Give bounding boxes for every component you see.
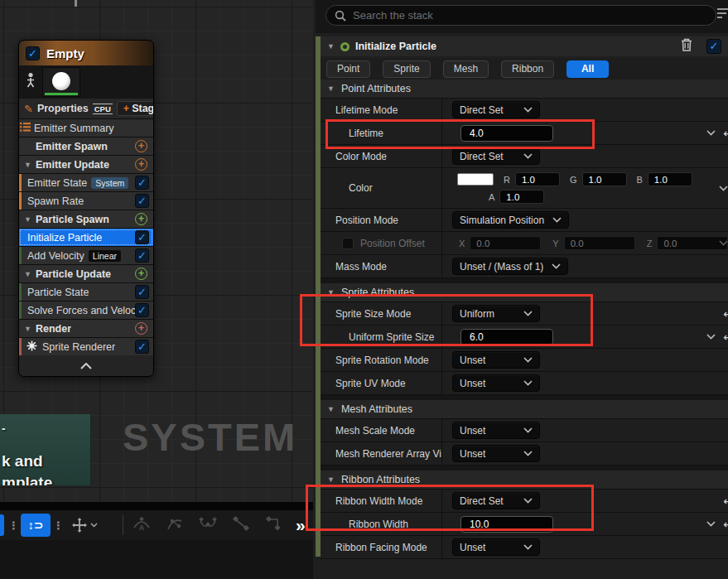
collapse-triangle-icon[interactable]: ▼ [24, 325, 36, 333]
collapse-triangle-icon[interactable]: ▼ [327, 288, 335, 297]
collapse-triangle-icon[interactable]: ▼ [327, 475, 335, 484]
lifetime-input[interactable]: 4.0 [460, 125, 553, 142]
offset-x-input[interactable]: 0.0 [470, 236, 541, 250]
collapse-triangle-icon[interactable]: ▼ [24, 270, 36, 278]
delete-module-button[interactable] [681, 38, 692, 55]
chevron-down-icon[interactable] [706, 521, 716, 527]
module-enabled-checkbox[interactable]: ✓ [135, 340, 149, 354]
cut-off-blue-button[interactable] [0, 514, 4, 536]
mesh-renderer-array-vis-dropdown[interactable]: Unset [452, 445, 540, 462]
add-module-plus-icon[interactable]: + [135, 322, 147, 335]
color-r-input[interactable]: 1.0 [515, 172, 560, 186]
node-row-add-velocity[interactable]: Add VelocityLinear✓ [19, 247, 153, 264]
toolbar-overflow-dots[interactable]: ⋮ [53, 519, 63, 532]
tab-all[interactable]: All [566, 60, 609, 78]
expander-triangle-icon[interactable]: ▼ [327, 42, 335, 51]
chevron-down-icon[interactable] [719, 186, 728, 191]
tab-mesh[interactable]: Mesh [443, 60, 489, 78]
reset-to-default-icon[interactable]: ↩ [723, 495, 728, 508]
collapse-triangle-icon[interactable]: ▼ [327, 405, 335, 413]
node-row-spawn-rate[interactable]: Spawn Rate✓ [19, 192, 153, 210]
toolbar-overflow-dots[interactable]: ⋮ [8, 519, 18, 532]
reset-to-default-icon[interactable]: ↩ [723, 331, 728, 344]
color-g-input[interactable]: 1.0 [582, 172, 627, 186]
node-row-render[interactable]: ▼Render+ [19, 320, 153, 337]
ribbon-facing-mode-dropdown[interactable]: Unset [452, 538, 540, 556]
transform-mode-button[interactable] [71, 517, 98, 533]
section-header-mesh-attributes[interactable]: ▼Mesh Attributes [321, 400, 728, 419]
module-enabled-checkbox[interactable]: ✓ [135, 230, 149, 244]
chevron-down-icon[interactable] [706, 130, 716, 136]
mesh-scale-mode-dropdown[interactable]: Unset [452, 422, 540, 439]
mass-mode-dropdown[interactable]: Unset / (Mass of 1) [452, 258, 568, 275]
sprite-uv-mode-dropdown[interactable]: Unset [452, 374, 540, 392]
position-mode-dropdown[interactable]: Simulation Position [452, 211, 569, 229]
collapse-triangle-icon[interactable]: ▼ [24, 161, 36, 169]
uniform-sprite-size-input[interactable]: 6.0 [460, 329, 553, 345]
module-enabled-checkbox[interactable]: ✓ [135, 194, 149, 208]
collapse-triangle-icon[interactable]: ▼ [24, 215, 36, 224]
tab-point[interactable]: Point [326, 60, 370, 78]
reset-to-default-icon[interactable]: ↩ [723, 307, 728, 321]
zoom-to-fit-button[interactable]: ↕⊃ [21, 514, 51, 537]
node-row-emitter-state[interactable]: Emitter StateSystem✓ [19, 174, 153, 191]
node-row-solve-forces-and-velocity[interactable]: Solve Forces and Velocity✓ [19, 302, 153, 319]
filter-icon[interactable] [717, 8, 728, 18]
color-a-input[interactable]: 1.0 [499, 190, 544, 204]
module-enabled-checkbox[interactable]: ✓ [135, 248, 149, 263]
emitter-enabled-checkbox[interactable]: ✓ [26, 46, 40, 60]
comment-box[interactable]: - k and mplate [0, 414, 91, 485]
add-module-plus-icon[interactable]: + [135, 158, 147, 171]
collapse-triangle-icon[interactable]: ▼ [327, 84, 335, 93]
node-collapse-button[interactable] [19, 355, 153, 376]
ribbon-width-input[interactable]: 10.0 [460, 516, 553, 533]
offset-y-input[interactable]: 0.0 [564, 236, 635, 250]
ribbon-width-mode-dropdown[interactable]: Direct Set [452, 492, 540, 509]
color-swatch[interactable] [457, 173, 494, 186]
interp-linear-icon[interactable] [231, 514, 251, 536]
chevron-down-icon[interactable] [706, 334, 716, 340]
lifetime-mode-dropdown[interactable]: Direct Set [452, 101, 540, 118]
node-row-emitter-update[interactable]: ▼Emitter Update+ [19, 156, 153, 173]
node-row-particle-state[interactable]: Particle State✓ [19, 283, 153, 301]
color-mode-dropdown[interactable]: Direct Set [452, 147, 540, 165]
tangent-auto-icon[interactable] [165, 514, 185, 536]
add-module-plus-icon[interactable]: + [135, 140, 147, 152]
emitter-node-header[interactable]: ✓ Empty [19, 41, 153, 65]
offset-z-input[interactable]: 0.0 [657, 236, 728, 250]
node-graph-canvas[interactable]: SYSTEM - k and mplate ✓ Empty ✎ [0, 0, 313, 579]
section-header-sprite-attributes[interactable]: ▼Sprite Attributes [321, 283, 728, 302]
module-enabled-checkbox[interactable]: ✓ [135, 285, 149, 299]
sprite-size-mode-dropdown[interactable]: Uniform [452, 305, 540, 322]
attribute-edit-checkbox[interactable] [342, 238, 354, 249]
sprite-rotation-mode-dropdown[interactable]: Unset [452, 351, 540, 369]
node-row-emitter-spawn[interactable]: Emitter Spawn+ [19, 138, 153, 155]
node-row-particle-update[interactable]: ▼Particle Update+ [19, 265, 153, 282]
color-b-input[interactable]: 1.0 [648, 172, 692, 186]
module-enabled-checkbox[interactable]: ✓ [135, 303, 149, 317]
module-enabled-checkbox[interactable]: ✓ [706, 39, 721, 54]
module-enabled-checkbox[interactable]: ✓ [135, 176, 149, 190]
node-properties-row[interactable]: ✎ Properties CPU + Stage [19, 99, 153, 118]
expand-toolbar-button[interactable]: » [296, 515, 306, 535]
add-stage-button[interactable]: + Stage [117, 101, 154, 116]
reset-to-default-icon[interactable]: ↩ [723, 518, 728, 531]
particle-preview-thumbnail[interactable] [42, 67, 80, 97]
reset-to-default-icon[interactable]: ↩ [723, 127, 728, 140]
tab-sprite[interactable]: Sprite [383, 60, 430, 78]
add-module-plus-icon[interactable]: + [135, 213, 147, 225]
emitter-node[interactable]: ✓ Empty ✎ Properties CPU + Stage [18, 40, 154, 377]
key-area-icon[interactable]: A [132, 514, 152, 536]
node-row-emitter-summary[interactable]: Emitter Summary [19, 119, 153, 137]
tab-ribbon[interactable]: Ribbon [501, 60, 554, 78]
node-row-sprite-renderer[interactable]: Sprite Renderer✓ [19, 338, 153, 355]
add-module-plus-icon[interactable]: + [135, 268, 147, 280]
section-header-ribbon-attributes[interactable]: ▼Ribbon Attributes [321, 470, 728, 490]
initialize-particle-header[interactable]: ▼ Initialize Particle ✓ [321, 36, 728, 56]
search-input[interactable]: Search the stack [325, 5, 716, 26]
node-row-initialize-particle[interactable]: Initialize Particle✓ [19, 229, 153, 246]
section-header-point-attributes[interactable]: ▼Point Attributes [321, 80, 728, 99]
interp-constant-icon[interactable] [264, 514, 284, 536]
tangent-break-icon[interactable] [198, 514, 218, 536]
node-row-particle-spawn[interactable]: ▼Particle Spawn+ [19, 210, 153, 228]
